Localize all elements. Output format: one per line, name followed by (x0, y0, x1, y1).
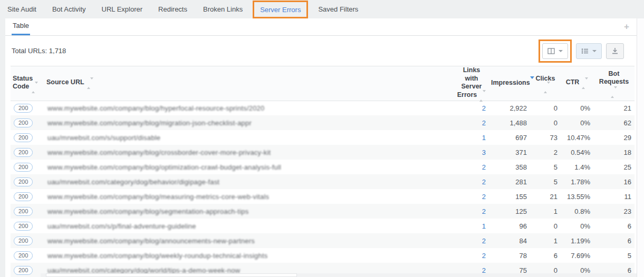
nav-tab-saved-filters[interactable]: Saved Filters (318, 5, 358, 13)
links-with-server-errors-link[interactable]: 2 (454, 115, 489, 130)
clicks-cell: 1 (530, 233, 561, 248)
bot-requests-cell: 6 (593, 219, 635, 233)
bot-requests-cell: 62 (593, 115, 635, 130)
column-header-clicks[interactable]: Clicks (530, 66, 561, 101)
status-badge: 200 (14, 118, 33, 127)
source-url-text: www.mywebsite.com/company/blog/measuring… (47, 193, 269, 201)
column-header-ctr[interactable]: CTR (561, 66, 593, 101)
column-header-links-with-server-errors[interactable]: Links with Server Errors (454, 66, 489, 101)
bot-requests-cell: 16 (593, 174, 635, 189)
horizontal-scrollbar-track[interactable] (41, 273, 637, 277)
clicks-cell: 73 (530, 130, 561, 145)
links-with-server-errors-link[interactable]: 2 (454, 204, 489, 219)
nav-tab-broken-links[interactable]: Broken Links (203, 5, 243, 13)
download-icon (611, 47, 619, 54)
source-url-cell: www.mywebsite.com/company/blog/measuring… (44, 189, 454, 204)
table-row: 200 www.mywebsite.com/company/blog/migra… (11, 115, 635, 130)
nav-tab-server-errors[interactable]: Server Errors (260, 6, 301, 14)
chevron-down-icon (559, 50, 563, 52)
column-label: Clicks (536, 75, 555, 82)
links-with-server-errors-link[interactable]: 1 (454, 130, 489, 145)
source-url-cell: www.mywebsite.com/company/blog/announcem… (44, 233, 454, 248)
source-url-text: www.mywebsite.com/company/blog/hyperfoca… (47, 104, 264, 112)
source-url-text: www.mywebsite.com/company/blog/migration… (47, 119, 252, 127)
links-with-server-errors-link[interactable]: 2 (454, 233, 489, 248)
source-url-cell: uau/mrwebsit.com/s/support/disable (44, 130, 454, 145)
source-url-cell: www.mywebsite.com/company/blog/segmentat… (44, 204, 454, 219)
impressions-cell: 96 (489, 219, 530, 233)
links-with-server-errors-link[interactable]: 2 (454, 174, 489, 189)
column-label: Impressions (491, 79, 530, 86)
status-badge: 200 (14, 177, 33, 186)
view-tabstrip: Table + (5, 18, 637, 36)
links-with-server-errors-link[interactable]: 2 (454, 101, 489, 115)
table-row: 200 www.mywebsite.com/company/blog/weekl… (11, 248, 635, 263)
table-row: 200 www.mywebsite.com/company/blog/annou… (11, 233, 635, 248)
status-badge: 200 (14, 222, 33, 231)
table-row: 200 www.mywebsite.com/company/blog/cross… (11, 145, 635, 160)
column-header-bot-requests[interactable]: Bot Requests (593, 66, 635, 101)
source-url-cell: www.mywebsite.com/company/blog/crossbord… (44, 145, 454, 160)
ctr-cell: 0% (561, 101, 593, 115)
column-label: Bot Requests (599, 70, 629, 86)
nav-tab-site-audit[interactable]: Site Audit (7, 5, 36, 13)
source-url-cell: uau/mrwebsit.com/s/p/final-adventure-gui… (44, 219, 454, 233)
source-url-cell: www.mywebsite.com/company/blog/hyperfoca… (44, 101, 454, 115)
horizontal-scrollbar-thumb[interactable] (46, 273, 297, 277)
status-code-cell: 200 (11, 219, 44, 233)
ctr-cell: 0% (561, 219, 593, 233)
status-code-cell: 200 (11, 101, 44, 115)
ctr-cell: 10.47% (561, 130, 593, 145)
impressions-cell: 155 (489, 189, 530, 204)
total-urls-label: Total URLs: 1,718 (12, 47, 66, 55)
download-button[interactable] (606, 43, 624, 59)
sort-icon (479, 92, 486, 101)
nav-tab-bot-activity[interactable]: Bot Activity (52, 5, 86, 13)
status-badge: 200 (14, 207, 33, 216)
table-header-row: Status Code Source URL Links with Server… (11, 66, 635, 101)
tab-table[interactable]: Table (12, 22, 30, 35)
links-with-server-errors-link[interactable]: 2 (454, 248, 489, 263)
column-header-status-code[interactable]: Status Code (11, 66, 44, 101)
links-with-server-errors-link[interactable]: 1 (454, 219, 489, 233)
table-row: 200 www.mywebsite.com/company/blog/segme… (11, 204, 635, 219)
status-badge: 200 (14, 192, 33, 201)
vertical-scrollbar-track[interactable] (637, 18, 644, 277)
table-row: 200 uau/mrwebsit.com/category/dog/behavi… (11, 174, 635, 189)
links-with-server-errors-link[interactable]: 2 (454, 189, 489, 204)
links-with-server-errors-link[interactable]: 2 (454, 160, 489, 174)
ctr-cell: 13.55% (561, 189, 593, 204)
table-row: 200 www.mywebsite.com/company/blog/measu… (11, 189, 635, 204)
status-badge: 200 (14, 266, 33, 275)
clicks-cell: 6 (530, 248, 561, 263)
nav-tab-url-explorer[interactable]: URL Explorer (102, 5, 143, 13)
sort-desc-icon (530, 76, 534, 86)
chevron-down-icon (592, 50, 597, 52)
highlight-box-columns-button (539, 39, 572, 63)
source-url-text: uau/mrwebsit.com/s/support/disable (47, 134, 160, 142)
status-code-cell: 200 (11, 160, 44, 174)
column-header-source-url[interactable]: Source URL (44, 66, 454, 101)
bot-requests-cell: 25 (593, 160, 635, 174)
table-row: 200 uau/mrwebsit.com/s/p/final-adventure… (11, 219, 635, 233)
links-with-server-errors-link[interactable]: 3 (454, 145, 489, 160)
impressions-cell: 2,922 (489, 101, 530, 115)
table-row: 200 uau/mrwebsit.com/s/support/disable 1… (11, 130, 635, 145)
sort-icon (32, 84, 38, 92)
source-url-text: uau/mrwebsit.com/category/dog/behavior/d… (47, 178, 219, 186)
columns-button[interactable] (542, 43, 568, 59)
server-errors-table: Status Code Source URL Links with Server… (11, 66, 635, 277)
status-code-cell: 200 (11, 130, 44, 145)
status-badge: 200 (14, 251, 33, 260)
plus-icon[interactable]: + (624, 22, 629, 35)
status-code-cell: 200 (11, 233, 44, 248)
nav-tab-redirects[interactable]: Redirects (158, 5, 187, 13)
list-options-button[interactable] (576, 43, 602, 59)
column-header-impressions[interactable]: Impressions (489, 66, 530, 101)
source-url-cell: uau/mrwebsit.com/category/dog/behavior/d… (44, 174, 454, 189)
impressions-cell: 371 (489, 145, 530, 160)
impressions-cell: 84 (489, 233, 530, 248)
top-navigation: Site Audit Bot Activity URL Explorer Red… (0, 0, 644, 18)
status-badge: 200 (14, 133, 33, 142)
impressions-cell: 1,488 (489, 115, 530, 130)
